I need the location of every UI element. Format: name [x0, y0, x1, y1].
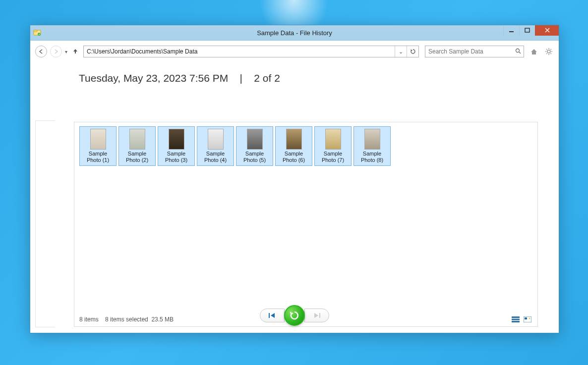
arrow-right-icon [53, 49, 59, 54]
window-title: Sample Data - File History [30, 29, 559, 37]
gear-icon [545, 48, 553, 55]
forward-button[interactable] [50, 46, 62, 57]
version-page: 2 of 2 [254, 72, 280, 84]
app-icon [33, 29, 41, 37]
thumbnail-image [364, 129, 380, 150]
heading-separator: | [240, 72, 242, 84]
thumbnail-label: Sample Photo (1) [81, 151, 115, 163]
thumbnail-label: Sample Photo (6) [277, 151, 311, 163]
thumbnail-image [208, 129, 224, 150]
restore-button[interactable] [284, 305, 305, 326]
thumbnail-label: Sample Photo (4) [198, 151, 233, 163]
svg-line-15 [551, 53, 552, 54]
svg-point-9 [547, 50, 550, 53]
chevron-down-icon: ⌄ [399, 49, 403, 55]
up-button[interactable] [70, 48, 80, 56]
back-button[interactable] [35, 46, 47, 57]
thumbnail-label: Sample Photo (3) [159, 151, 193, 163]
version-heading: Tuesday, May 23, 2023 7:56 PM | 2 of 2 [79, 72, 554, 84]
minimize-button[interactable] [503, 25, 519, 36]
file-thumbnail[interactable]: Sample Photo (1) [79, 126, 117, 166]
version-nav [30, 305, 559, 326]
thumbnail-image [169, 129, 184, 150]
next-version-button[interactable] [304, 309, 329, 322]
file-thumbnail[interactable]: Sample Photo (5) [236, 126, 273, 166]
settings-button[interactable] [544, 47, 554, 56]
toolbar: ▾ ⌄ [30, 41, 559, 62]
arrow-up-icon [72, 48, 79, 54]
skip-next-icon [312, 312, 321, 319]
file-thumbnail[interactable]: Sample Photo (2) [118, 126, 156, 166]
thumbnail-image [247, 129, 263, 150]
content-area: Tuesday, May 23, 2023 7:56 PM | 2 of 2 S… [30, 62, 559, 333]
search-box[interactable] [425, 46, 524, 57]
thumbnail-image [90, 129, 106, 150]
thumbnail-grid: Sample Photo (1)Sample Photo (2)Sample P… [79, 126, 532, 166]
panel-shadow [35, 120, 55, 327]
restore-icon [289, 310, 300, 321]
refresh-icon [410, 49, 416, 54]
file-history-window: Sample Data - File History ▾ [30, 25, 559, 333]
maximize-button[interactable] [519, 25, 535, 36]
thumbnail-image [286, 129, 302, 150]
version-timestamp: Tuesday, May 23, 2023 7:56 PM [79, 72, 228, 84]
window-controls [503, 25, 559, 36]
address-input[interactable] [84, 48, 395, 55]
file-thumbnail[interactable]: Sample Photo (8) [353, 126, 391, 166]
thumbnail-label: Sample Photo (8) [355, 151, 389, 163]
file-thumbnail[interactable]: Sample Photo (6) [275, 126, 312, 166]
home-button[interactable] [529, 47, 539, 56]
thumbnail-image [325, 129, 341, 150]
file-panel[interactable]: Sample Photo (1)Sample Photo (2)Sample P… [74, 122, 538, 327]
svg-rect-24 [269, 313, 270, 318]
svg-rect-25 [319, 313, 320, 318]
history-dropdown[interactable]: ▾ [65, 49, 67, 54]
search-icon [513, 48, 524, 55]
arrow-left-icon [38, 49, 44, 54]
previous-version-button[interactable] [260, 309, 285, 322]
titlebar[interactable]: Sample Data - File History [30, 25, 559, 41]
search-input[interactable] [425, 48, 513, 55]
svg-rect-1 [34, 30, 37, 32]
svg-line-16 [546, 53, 547, 54]
file-thumbnail[interactable]: Sample Photo (7) [314, 126, 352, 166]
skip-prev-icon [268, 312, 277, 319]
svg-line-8 [519, 52, 521, 53]
thumbnail-label: Sample Photo (2) [120, 151, 154, 163]
svg-line-17 [551, 49, 552, 50]
thumbnail-image [129, 129, 145, 150]
svg-point-2 [38, 33, 41, 36]
address-bar[interactable]: ⌄ [83, 46, 419, 57]
address-dropdown[interactable]: ⌄ [395, 46, 407, 57]
close-button[interactable] [535, 25, 559, 36]
home-icon [530, 48, 538, 55]
svg-point-7 [516, 49, 520, 52]
thumbnail-label: Sample Photo (5) [237, 151, 272, 163]
svg-line-14 [546, 49, 547, 50]
file-thumbnail[interactable]: Sample Photo (3) [158, 126, 195, 166]
refresh-button[interactable] [407, 46, 418, 57]
svg-rect-4 [525, 28, 529, 32]
thumbnail-label: Sample Photo (7) [316, 151, 350, 163]
file-thumbnail[interactable]: Sample Photo (4) [197, 126, 234, 166]
